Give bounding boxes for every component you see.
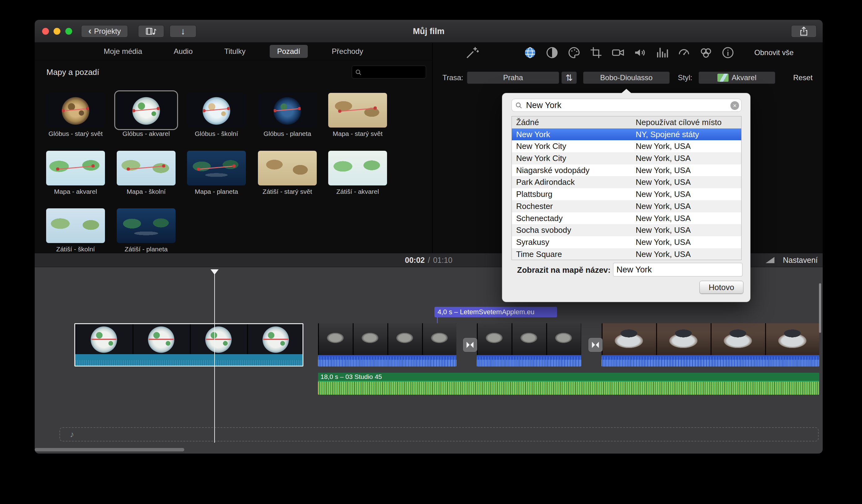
reset-button[interactable]: Reset (787, 71, 818, 84)
horizontal-scrollbar[interactable] (35, 448, 184, 451)
tab-audio[interactable]: Audio (166, 45, 200, 58)
timeline-settings-button[interactable]: Nastavení (783, 256, 818, 265)
clip-audio-waveform (602, 355, 819, 367)
background-item[interactable]: Zátiší - akvarel (328, 151, 387, 195)
magic-wand-icon[interactable] (465, 45, 479, 60)
zoom-window-button[interactable] (65, 28, 72, 35)
transition-icon[interactable] (462, 337, 478, 352)
media-browser-button[interactable] (138, 25, 164, 38)
title-clip-connector (437, 317, 438, 323)
location-row[interactable]: New York CityNew York, USA (512, 140, 741, 152)
location-row[interactable]: ŽádnéNepoužívat cílové místo (512, 116, 741, 129)
location-row[interactable]: RochesterNew York, USA (512, 200, 741, 212)
background-item[interactable]: Glóbus - planeta (258, 93, 317, 137)
share-button[interactable] (791, 25, 817, 38)
location-row[interactable]: New YorkNY, Spojené státy (512, 129, 741, 141)
location-search-field: × (511, 99, 742, 112)
background-item[interactable]: Mapa - akvarel (46, 151, 105, 195)
globe-map-clip[interactable] (74, 323, 303, 367)
background-item[interactable]: Zátiší - starý svět (258, 151, 317, 195)
media-browser-panel: Moje média Audio Titulky Pozadí Přechody… (35, 43, 432, 253)
done-button[interactable]: Hotovo (700, 281, 743, 294)
laptop-video-clip[interactable] (602, 323, 819, 367)
crop-icon[interactable] (589, 45, 603, 60)
background-item[interactable]: Glóbus - školní (187, 93, 246, 137)
location-row[interactable]: Time SquareNew York, USA (512, 248, 741, 260)
video-clip[interactable] (477, 323, 581, 367)
tab-prechody[interactable]: Přechody (325, 45, 370, 58)
route-from-button[interactable]: Praha (467, 71, 559, 84)
background-thumbnail[interactable] (117, 151, 175, 185)
style-label: Styl: (666, 74, 692, 82)
background-label: Mapa - starý svět (328, 130, 387, 137)
close-window-button[interactable] (42, 28, 49, 35)
location-row[interactable]: SyrakusyNew York, USA (512, 236, 741, 248)
background-item[interactable]: Mapa - planeta (187, 151, 246, 195)
route-to-button[interactable]: Bobo-Dioulasso (583, 71, 670, 84)
tab-moje-media[interactable]: Moje média (96, 45, 149, 58)
background-thumbnail[interactable] (117, 208, 175, 243)
background-thumbnail[interactable] (258, 151, 317, 185)
location-row[interactable]: New York CityNew York, USA (512, 152, 741, 164)
reset-all-button[interactable]: Obnovit vše (754, 45, 794, 60)
background-thumbnail[interactable] (187, 93, 246, 128)
stabilization-camera-icon[interactable] (611, 45, 625, 60)
background-label: Zátiší - akvarel (328, 188, 387, 195)
background-label: Mapa - planeta (187, 188, 246, 195)
tab-pozadi[interactable]: Pozadí (270, 45, 308, 58)
clip-filmstrip (318, 323, 456, 355)
background-thumbnail[interactable] (328, 151, 387, 185)
location-search-input[interactable] (526, 99, 727, 111)
location-row[interactable]: Socha svobodyNew York, USA (512, 224, 741, 236)
color-correction-icon[interactable] (699, 45, 713, 60)
download-button[interactable]: ↓ (170, 25, 196, 38)
location-row[interactable]: PlattsburgNew York, USA (512, 188, 741, 200)
swap-route-button[interactable]: ⇅ (561, 71, 577, 84)
background-item[interactable]: Glóbus - starý svět (46, 93, 105, 137)
title-clip[interactable]: 4,0 s – LetemSvetemApplem.eu (434, 307, 557, 317)
speed-icon[interactable] (677, 45, 691, 60)
background-thumbnail[interactable] (46, 93, 105, 128)
background-item[interactable]: Glóbus - akvarel (117, 93, 175, 137)
maps-globe-icon[interactable] (523, 45, 537, 60)
color-balance-icon[interactable] (545, 45, 559, 60)
color-palette-icon[interactable] (567, 45, 581, 60)
playhead[interactable] (211, 269, 219, 443)
location-row[interactable]: SchenectadyNew York, USA (512, 212, 741, 224)
background-label: Zátiší - školní (46, 246, 105, 253)
background-item[interactable]: Mapa - starý svět (328, 93, 387, 137)
background-item[interactable]: Mapa - školní (117, 151, 175, 195)
background-label: Mapa - akvarel (46, 188, 105, 195)
volume-icon[interactable] (633, 45, 647, 60)
background-item[interactable]: Zátiší - planeta (117, 208, 175, 253)
clip-appearance-icon[interactable] (765, 256, 775, 264)
projects-back-button[interactable]: ‹ Projekty (81, 25, 128, 38)
background-thumbnail[interactable] (117, 93, 175, 128)
browser-header: Mapy a pozadí (47, 67, 100, 77)
background-label: Glóbus - planeta (258, 130, 317, 137)
location-row[interactable]: Park AdirondackNew York, USA (512, 176, 741, 188)
music-audio-clip[interactable]: 18,0 s – 03 Studio 45 (318, 373, 819, 395)
info-icon[interactable] (721, 45, 735, 60)
route-row: Trasa: Praha ⇅ Bobo-Dioulasso Styl: Akva… (433, 71, 823, 84)
background-thumbnail[interactable] (46, 208, 105, 243)
minimize-window-button[interactable] (54, 28, 61, 35)
media-search-input[interactable] (364, 66, 423, 78)
background-thumbnail[interactable] (187, 151, 246, 185)
background-item[interactable]: Zátiší - školní (46, 208, 105, 253)
vertical-scrollbar[interactable] (819, 283, 821, 333)
background-thumbnail[interactable] (258, 93, 317, 128)
location-row[interactable]: Niagarské vodopádyNew York, USA (512, 164, 741, 176)
style-button[interactable]: Akvarel (698, 71, 775, 84)
background-thumbnail[interactable] (46, 151, 105, 185)
video-clip[interactable] (318, 323, 456, 367)
noise-equalizer-icon[interactable] (655, 45, 669, 60)
background-thumbnail[interactable] (328, 93, 387, 128)
transition-icon[interactable] (588, 337, 603, 352)
clip-audio-waveform (75, 354, 302, 366)
tab-titulky[interactable]: Titulky (217, 45, 253, 58)
location-results-list: ŽádnéNepoužívat cílové místo New YorkNY,… (511, 116, 742, 260)
map-name-input[interactable] (613, 263, 743, 277)
clear-search-icon[interactable]: × (730, 101, 739, 110)
background-music-well[interactable]: ♪ (60, 427, 819, 441)
